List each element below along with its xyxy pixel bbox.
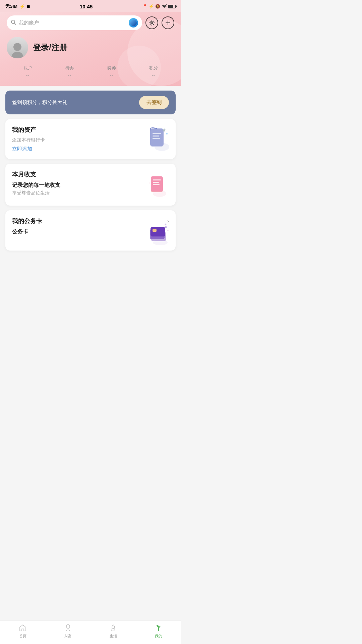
monthly-illustration: + + bbox=[143, 171, 170, 199]
svg-text:+: + bbox=[148, 181, 150, 185]
svg-rect-16 bbox=[153, 179, 161, 180]
gov-illustration: + bbox=[145, 222, 170, 247]
bluetooth-icon: ⚡ bbox=[149, 4, 154, 9]
usb-icon: ⚡ bbox=[19, 4, 25, 9]
stat-account[interactable]: 账户 -- bbox=[23, 65, 32, 78]
hero-section: 我的账户 bbox=[0, 12, 181, 86]
mute-icon: 🔕 bbox=[155, 4, 160, 9]
wifi-icon bbox=[162, 4, 167, 9]
svg-text:+: + bbox=[163, 174, 165, 178]
svg-rect-17 bbox=[153, 182, 159, 183]
svg-point-26 bbox=[165, 226, 167, 228]
asset-card: 我的资产 添加本行银行卡 立即添加 bbox=[5, 119, 176, 159]
signin-button[interactable]: 去签到 bbox=[139, 96, 169, 109]
svg-point-27 bbox=[168, 230, 169, 231]
signin-banner: 签到领积分，积分换大礼 去签到 bbox=[5, 91, 176, 114]
profile-row[interactable]: 登录/注册 bbox=[7, 37, 174, 58]
monthly-card: 本月收支 记录您的每一笔收支 享受尊贵品位生活 + + bbox=[5, 164, 176, 206]
svg-rect-10 bbox=[153, 138, 160, 139]
svg-text:+: + bbox=[165, 223, 167, 226]
top-row: 我的账户 bbox=[7, 15, 174, 30]
stat-pending[interactable]: 待办 -- bbox=[65, 65, 74, 78]
stat-points[interactable]: 积分 -- bbox=[149, 65, 158, 78]
app-icon: ⊞ bbox=[27, 4, 30, 9]
app-logo bbox=[129, 18, 138, 28]
status-right: 📍 ⚡ 🔕 bbox=[142, 4, 176, 9]
svg-rect-18 bbox=[153, 184, 160, 185]
stat-coupon-label: 奖券 bbox=[107, 65, 116, 71]
stat-points-label: 积分 bbox=[149, 65, 158, 71]
svg-rect-7 bbox=[150, 128, 164, 146]
svg-point-12 bbox=[166, 133, 168, 135]
svg-rect-25 bbox=[153, 229, 157, 232]
stat-pending-value: -- bbox=[68, 72, 71, 78]
stat-coupon[interactable]: 奖券 -- bbox=[107, 65, 116, 78]
svg-rect-9 bbox=[153, 136, 159, 137]
status-time: 10:45 bbox=[80, 4, 93, 9]
stats-row: 账户 -- 待办 -- 奖券 -- 积分 -- bbox=[7, 65, 174, 78]
search-placeholder: 我的账户 bbox=[19, 20, 129, 26]
gov-card-title: 我的公务卡 bbox=[12, 217, 42, 225]
stat-pending-label: 待办 bbox=[65, 65, 74, 71]
signin-text: 签到领积分，积分换大礼 bbox=[12, 99, 67, 106]
svg-line-1 bbox=[14, 23, 16, 24]
settings-button[interactable] bbox=[145, 16, 158, 29]
battery-icon bbox=[168, 5, 176, 8]
gov-card: 我的公务卡 › 公务卡 + bbox=[5, 210, 176, 251]
search-bar[interactable]: 我的账户 bbox=[7, 15, 142, 30]
stat-account-value: -- bbox=[26, 72, 29, 78]
avatar bbox=[7, 37, 28, 58]
stat-points-value: -- bbox=[152, 72, 155, 78]
stat-coupon-value: -- bbox=[110, 72, 113, 78]
stat-account-label: 账户 bbox=[23, 65, 32, 71]
svg-point-2 bbox=[151, 22, 153, 23]
carrier-text: 无SIM bbox=[5, 3, 17, 9]
svg-rect-8 bbox=[153, 133, 161, 134]
search-icon bbox=[11, 19, 16, 26]
login-register-label[interactable]: 登录/注册 bbox=[33, 42, 67, 53]
asset-illustration bbox=[143, 125, 170, 153]
status-left: 无SIM ⚡ ⊞ bbox=[5, 3, 30, 9]
location-icon: 📍 bbox=[142, 4, 147, 9]
svg-rect-15 bbox=[151, 176, 163, 192]
add-button[interactable] bbox=[162, 16, 174, 29]
status-bar: 无SIM ⚡ ⊞ 10:45 📍 ⚡ 🔕 bbox=[0, 0, 181, 12]
svg-rect-24 bbox=[150, 227, 165, 236]
